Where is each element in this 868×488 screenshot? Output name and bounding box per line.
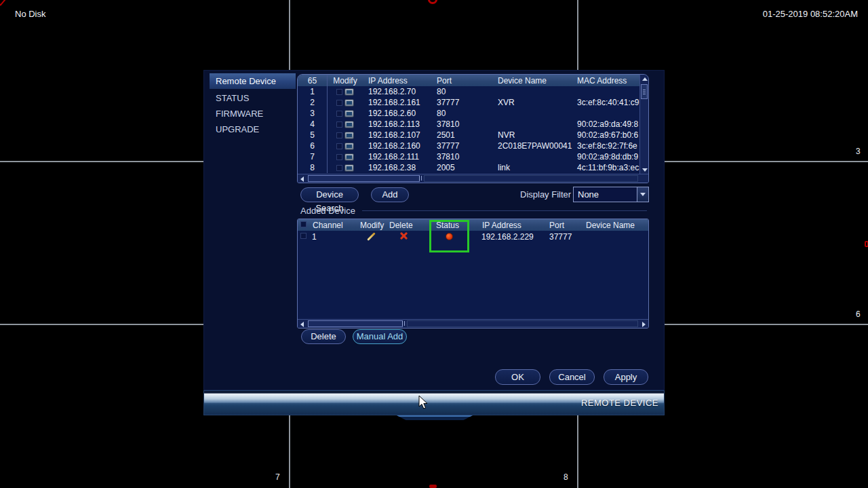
scroll-right-icon[interactable] xyxy=(642,322,646,327)
device-row-number: 6 xyxy=(298,140,328,151)
apply-button[interactable]: Apply xyxy=(604,369,648,385)
title-bar-tab xyxy=(397,415,473,420)
select-checkbox[interactable] xyxy=(300,233,307,239)
delete-button[interactable]: Delete xyxy=(301,329,346,344)
modify-ip-icon[interactable] xyxy=(344,121,354,128)
select-checkbox[interactable] xyxy=(336,111,342,117)
chevron-down-icon[interactable] xyxy=(637,187,648,202)
select-checkbox[interactable] xyxy=(336,143,342,149)
device-row-mac: 90:02:a9:8d:db:9 xyxy=(573,152,648,162)
device-row-port: 2501 xyxy=(431,130,494,140)
manual-add-button[interactable]: Manual Add xyxy=(353,329,407,344)
dialog-title-bar[interactable]: REMOTE DEVICE xyxy=(203,390,665,415)
device-row-port: 37777 xyxy=(431,141,494,151)
ok-button[interactable]: OK xyxy=(495,369,540,385)
device-row-mac: 3c:ef:8c:40:41:c9 xyxy=(573,98,648,107)
modify-ip-icon[interactable] xyxy=(344,164,354,172)
select-checkbox[interactable] xyxy=(336,132,342,138)
vertical-scroll-thumb[interactable] xyxy=(641,84,648,99)
select-checkbox[interactable] xyxy=(336,165,342,171)
device-row-name: NVR xyxy=(494,130,573,140)
device-row-number: 4 xyxy=(298,119,328,130)
device-row[interactable]: 6 192.168.2.160 37777 2C018E7PAW00041 3c… xyxy=(298,140,648,151)
horizontal-scroll-thumb[interactable] xyxy=(308,320,403,327)
added-device-table: Channel Modify Delete Status IP Address … xyxy=(297,219,649,329)
dvr-screen: No Disk 01-25-2019 08:52:20AM 3 6 7 8 Re… xyxy=(0,0,868,488)
device-row[interactable]: 4 192.168.2.113 37810 90:02:a9:da:49:8 xyxy=(298,119,648,130)
delete-x-icon[interactable] xyxy=(399,231,408,240)
added-device-table-header: Channel Modify Delete Status IP Address … xyxy=(298,219,648,231)
select-checkbox[interactable] xyxy=(336,154,342,160)
device-row-ip: 192.168.2.107 xyxy=(363,130,431,140)
mouse-cursor xyxy=(418,395,429,410)
add-button[interactable]: Add xyxy=(371,187,409,202)
sidebar-item-upgrade[interactable]: UPGRADE xyxy=(210,122,296,136)
cancel-button[interactable]: Cancel xyxy=(549,369,595,385)
modify-ip-icon[interactable] xyxy=(344,110,354,117)
channel-number-8: 8 xyxy=(564,472,568,482)
device-row-ip: 192.168.2.111 xyxy=(363,152,431,162)
record-indicator-top xyxy=(428,0,437,4)
device-search-table-header: 65 Modify IP Address Port Device Name MA… xyxy=(298,75,648,86)
device-row-ip: 192.168.2.60 xyxy=(363,109,431,118)
modify-ip-icon[interactable] xyxy=(344,153,354,161)
display-filter-select[interactable]: None xyxy=(573,187,649,202)
status-highlight-box xyxy=(429,220,469,252)
device-row-number: 3 xyxy=(298,108,328,119)
select-checkbox[interactable] xyxy=(336,100,342,106)
sidebar-item-firmware[interactable]: FIRMWARE xyxy=(210,107,296,121)
modify-ip-icon[interactable] xyxy=(344,143,354,150)
modify-ip-icon[interactable] xyxy=(344,99,354,107)
device-row-port: 37810 xyxy=(431,152,494,162)
vertical-scrollbar[interactable] xyxy=(639,75,648,174)
select-all-checkbox[interactable] xyxy=(300,221,307,227)
header-device-name: Device Name xyxy=(494,76,573,86)
scroll-left-icon[interactable] xyxy=(300,322,304,327)
header-port: Port xyxy=(549,221,564,230)
select-checkbox[interactable] xyxy=(336,89,342,95)
sidebar-item-status[interactable]: STATUS xyxy=(210,91,296,105)
device-row-mac: 90:02:a9:67:b0:6 xyxy=(573,130,648,140)
scroll-track[interactable] xyxy=(407,320,638,327)
modify-ip-icon[interactable] xyxy=(344,88,354,96)
header-modify: Modify xyxy=(360,221,384,230)
device-row-mac: 90:02:a9:da:49:8 xyxy=(573,119,648,129)
device-row[interactable]: 8 192.168.2.38 2005 link 4c:11:bf:9b:a3:… xyxy=(298,162,648,173)
device-row-number: 5 xyxy=(298,130,328,140)
display-filter-value: None xyxy=(578,189,599,200)
header-ip-address: IP Address xyxy=(363,76,431,86)
channel-number-7: 7 xyxy=(275,472,280,482)
horizontal-scrollbar[interactable] xyxy=(298,174,648,183)
horizontal-scroll-thumb[interactable] xyxy=(308,175,420,182)
display-filter-label: Display Filter xyxy=(520,189,571,200)
header-port: Port xyxy=(431,76,494,86)
device-row[interactable]: 3 192.168.2.60 80 xyxy=(298,108,648,119)
record-indicator-bottom xyxy=(429,485,437,488)
dialog-title: REMOTE DEVICE xyxy=(581,398,658,408)
device-row[interactable]: 5 192.168.2.107 2501 NVR 90:02:a9:67:b0:… xyxy=(298,130,648,140)
record-indicator-right xyxy=(865,241,868,247)
select-checkbox[interactable] xyxy=(336,121,342,128)
device-search-button[interactable]: Device Search xyxy=(300,187,359,202)
device-row-mac: 3c:ef:8c:92:7f:6e xyxy=(573,141,648,151)
sidebar-item-remote-device[interactable]: Remote Device xyxy=(210,73,296,89)
added-row-ip: 192.168.2.229 xyxy=(481,232,534,242)
scroll-track[interactable] xyxy=(424,175,638,182)
modify-ip-icon[interactable] xyxy=(344,132,354,139)
device-row-name: link xyxy=(494,163,573,172)
device-row-mac: 4c:11:bf:9b:a3:ec xyxy=(573,163,648,172)
added-device-row[interactable]: 1 192.168.2.229 37777 xyxy=(298,231,648,242)
scroll-grip xyxy=(419,176,422,181)
device-search-table: 65 Modify IP Address Port Device Name MA… xyxy=(297,74,649,183)
device-row[interactable]: 7 192.168.2.111 37810 90:02:a9:8d:db:9 xyxy=(298,151,648,162)
device-row[interactable]: 1 192.168.2.70 80 xyxy=(298,86,648,97)
header-delete: Delete xyxy=(389,221,413,230)
device-row[interactable]: 2 192.168.2.161 37777 XVR 3c:ef:8c:40:41… xyxy=(298,97,648,108)
horizontal-scrollbar[interactable] xyxy=(298,319,648,328)
scroll-up-icon[interactable] xyxy=(642,77,648,81)
timestamp: 01-25-2019 08:52:20AM xyxy=(763,9,858,19)
scroll-left-icon[interactable] xyxy=(300,176,304,182)
scroll-down-icon[interactable] xyxy=(642,168,648,172)
channel-number-6: 6 xyxy=(856,309,861,319)
modify-pencil-icon[interactable] xyxy=(367,232,376,241)
